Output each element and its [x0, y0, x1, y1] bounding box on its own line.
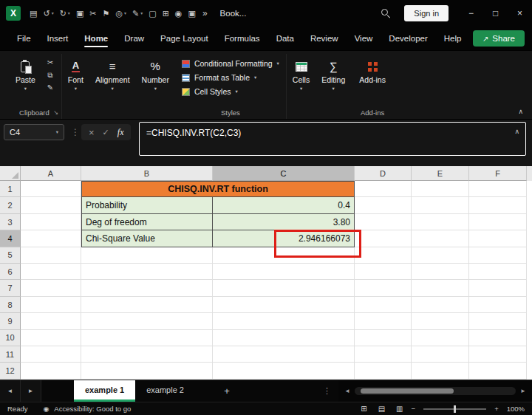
cell-B11[interactable]	[81, 346, 213, 363]
excel-logo-icon[interactable]: X	[6, 6, 21, 21]
undo-icon[interactable]: ↺▾	[40, 7, 56, 20]
scrollbar-track[interactable]	[355, 387, 516, 395]
zoom-slider-thumb[interactable]	[454, 405, 456, 413]
maximize-button[interactable]: □	[483, 0, 508, 27]
format-painter-icon[interactable]: ✎▾	[129, 7, 146, 20]
cell-styles-button[interactable]: Cell Styles▾	[177, 86, 284, 97]
cell-E10[interactable]	[412, 330, 469, 346]
accessibility-icon[interactable]: ◉	[43, 405, 49, 413]
cell-C9[interactable]	[213, 313, 355, 329]
cell-F8[interactable]	[469, 297, 527, 313]
cell-D6[interactable]	[355, 264, 412, 280]
column-header-D[interactable]: D	[355, 166, 412, 181]
sheet-tab-example-1[interactable]: example 1	[74, 380, 135, 402]
cell-B12[interactable]	[81, 363, 213, 379]
cell-D8[interactable]	[355, 297, 412, 313]
cell-D3[interactable]	[355, 214, 412, 230]
cell-B6[interactable]	[81, 264, 213, 280]
globe-icon[interactable]: ◎▾	[112, 7, 129, 20]
row-header-6[interactable]: 6	[0, 264, 21, 280]
alignment-group-button[interactable]: ≡ Alignment ▾	[89, 54, 136, 92]
cell-B8[interactable]	[81, 297, 213, 313]
cut-button[interactable]: ✂	[43, 58, 58, 67]
row-header-11[interactable]: 11	[0, 346, 21, 363]
cell-D1[interactable]	[355, 181, 412, 197]
zoom-out-button[interactable]: −	[412, 405, 416, 413]
conditional-formatting-button[interactable]: Conditional Formatting▾	[177, 58, 284, 69]
page-break-view-button[interactable]: ▥	[393, 405, 406, 413]
cell-F9[interactable]	[469, 313, 527, 329]
scrollbar-thumb[interactable]	[361, 388, 454, 394]
cell-E9[interactable]	[412, 313, 469, 329]
column-header-F[interactable]: F	[469, 166, 527, 181]
tab-home[interactable]: Home	[76, 27, 116, 50]
tab-data[interactable]: Data	[268, 27, 302, 50]
normal-view-button[interactable]: ⊞	[358, 405, 369, 413]
tab-help[interactable]: Help	[436, 27, 470, 50]
tab-page-layout[interactable]: Page Layout	[152, 27, 216, 50]
cell-E1[interactable]	[412, 181, 469, 197]
cell-E7[interactable]	[412, 280, 469, 296]
row-header-2[interactable]: 2	[0, 197, 21, 213]
cell-B7[interactable]	[81, 280, 213, 296]
page-layout-view-button[interactable]: ▤	[375, 405, 388, 413]
share-button[interactable]: ↗ Share	[473, 30, 525, 47]
cell-A3[interactable]	[21, 214, 81, 230]
cell-C10[interactable]	[213, 330, 355, 346]
cell-E2[interactable]	[412, 197, 469, 213]
tab-review[interactable]: Review	[302, 27, 347, 50]
row-header-8[interactable]: 8	[0, 297, 21, 313]
redo-icon[interactable]: ↻▾	[57, 7, 73, 20]
cell-F6[interactable]	[469, 264, 527, 280]
cancel-icon[interactable]: ×	[89, 128, 95, 137]
cell-F7[interactable]	[469, 280, 527, 296]
column-header-A[interactable]: A	[21, 166, 81, 181]
cell-A9[interactable]	[21, 313, 81, 329]
cell-B2[interactable]: Probability	[81, 197, 213, 213]
scroll-right-button[interactable]: ►	[520, 388, 526, 394]
column-header-B[interactable]: B	[81, 166, 213, 181]
table-icon[interactable]: ⊞	[160, 7, 172, 20]
cell-A6[interactable]	[21, 264, 81, 280]
tab-formulas[interactable]: Formulas	[216, 27, 268, 50]
cell-F2[interactable]	[469, 197, 527, 213]
save-icon[interactable]: ▤	[27, 7, 40, 20]
row-header-12[interactable]: 12	[0, 363, 21, 379]
format-as-table-button[interactable]: Format as Table▾	[177, 72, 284, 83]
tab-file[interactable]: File	[9, 27, 39, 50]
cell-A5[interactable]	[21, 247, 81, 264]
cell-F12[interactable]	[469, 363, 527, 379]
cell-A11[interactable]	[21, 346, 81, 363]
column-header-C[interactable]: C	[213, 166, 355, 181]
zoom-level[interactable]: 100%	[507, 405, 525, 413]
cell-D7[interactable]	[355, 280, 412, 296]
editing-group-button[interactable]: ∑ Editing ▾	[316, 54, 351, 92]
search-icon[interactable]	[381, 9, 391, 18]
sheet-nav-left-button[interactable]: ◄	[0, 380, 21, 402]
add-sheet-button[interactable]: +	[214, 380, 239, 402]
cell-B10[interactable]	[81, 330, 213, 346]
cell-C7[interactable]	[213, 280, 355, 296]
cell-C11[interactable]	[213, 346, 355, 363]
cut-icon[interactable]: ✂	[86, 7, 99, 20]
row-header-7[interactable]: 7	[0, 280, 21, 296]
clipboard-icon[interactable]: ▣	[73, 7, 86, 20]
sheet-nav-right-button[interactable]: ►	[21, 380, 41, 402]
number-group-button[interactable]: % Number ▾	[136, 54, 175, 92]
sheet-tab-example-2[interactable]: example 2	[135, 380, 195, 402]
format-painter-button[interactable]: ✎	[43, 83, 58, 92]
zoom-in-button[interactable]: +	[494, 405, 499, 413]
cell-A8[interactable]	[21, 297, 81, 313]
formula-input[interactable]: =CHISQ.INV.RT(C2,C3) ∧	[139, 122, 526, 156]
document-icon[interactable]: ▢	[146, 7, 159, 20]
cell-E6[interactable]	[412, 264, 469, 280]
flag-icon[interactable]: ⚑	[100, 7, 113, 20]
sheet-options-button[interactable]: ⋮	[316, 380, 338, 402]
cell-C6[interactable]	[213, 264, 355, 280]
cell-F3[interactable]	[469, 214, 527, 230]
sign-in-button[interactable]: Sign in	[404, 5, 449, 21]
cell-F5[interactable]	[469, 247, 527, 264]
name-box-caret-icon[interactable]: ▾	[56, 129, 58, 135]
row-header-9[interactable]: 9	[0, 313, 21, 329]
row-header-1[interactable]: 1	[0, 181, 21, 197]
